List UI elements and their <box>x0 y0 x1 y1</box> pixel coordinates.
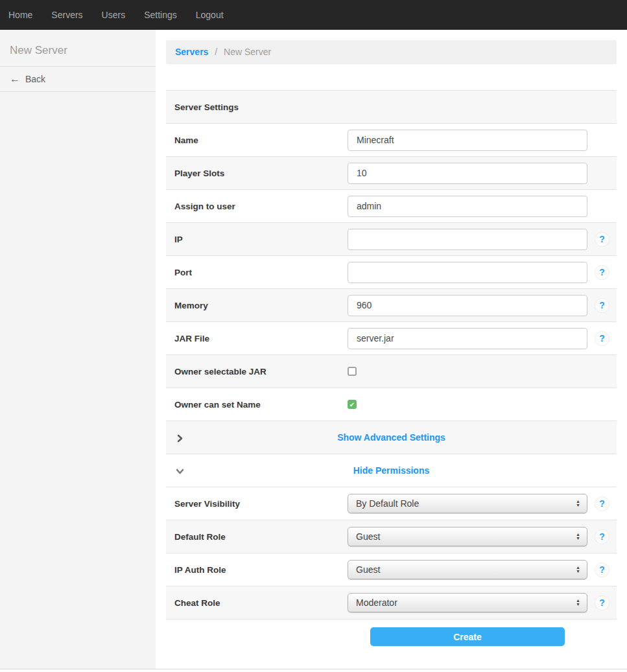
server-visibility-select[interactable]: By Default Role ▲▼ <box>348 494 587 513</box>
advanced-settings-toggle-row: Show Advanced Settings <box>166 421 617 454</box>
form-row-default-role: Default Role Guest ▲▼ ? <box>166 520 617 553</box>
top-navbar: Home Servers Users Settings Logout <box>0 0 627 30</box>
memory-input[interactable] <box>348 295 587 316</box>
default-role-label: Default Role <box>166 532 348 542</box>
ip-input[interactable] <box>348 229 587 250</box>
nav-item-logout[interactable]: Logout <box>196 10 224 20</box>
server-visibility-value: By Default Role <box>356 498 576 509</box>
nav-item-users[interactable]: Users <box>102 10 126 20</box>
back-label: Back <box>25 74 45 84</box>
section-header: Server Settings <box>166 102 348 112</box>
memory-label: Memory <box>166 301 348 310</box>
select-stepper-icon: ▲▼ <box>576 566 580 574</box>
memory-help-icon[interactable]: ? <box>595 298 609 313</box>
section-header-row: Server Settings <box>166 91 617 124</box>
jar-file-help-icon[interactable]: ? <box>595 331 609 346</box>
form-row-cheat-role: Cheat Role Moderator ▲▼ ? <box>166 586 617 620</box>
form-row-ip: IP ? <box>166 223 617 256</box>
player-slots-input[interactable] <box>348 163 587 184</box>
breadcrumb: Servers / New Server <box>166 40 617 64</box>
ip-auth-role-label: IP Auth Role <box>166 565 348 575</box>
form-row-player-slots: Player Slots <box>166 157 617 190</box>
nav-item-settings[interactable]: Settings <box>144 10 177 20</box>
name-input[interactable] <box>348 130 587 151</box>
breadcrumb-current: New Server <box>224 47 271 57</box>
create-row: Create <box>166 620 617 646</box>
port-help-icon[interactable]: ? <box>595 265 609 280</box>
nav-item-servers[interactable]: Servers <box>51 10 82 20</box>
form-row-owner-selectable-jar: Owner selectable JAR <box>166 355 617 388</box>
select-stepper-icon: ▲▼ <box>576 599 580 607</box>
cheat-role-help-icon[interactable]: ? <box>595 596 609 610</box>
owner-selectable-jar-checkbox[interactable] <box>348 367 357 376</box>
nav-item-home[interactable]: Home <box>8 10 32 20</box>
back-arrow-icon: ← <box>10 73 20 85</box>
form-row-jar-file: JAR File ? <box>166 322 617 355</box>
player-slots-label: Player Slots <box>166 168 348 178</box>
server-visibility-label: Server Visibility <box>166 499 348 509</box>
owner-selectable-jar-label: Owner selectable JAR <box>166 367 348 377</box>
cheat-role-value: Moderator <box>356 597 576 608</box>
jar-file-label: JAR File <box>166 334 348 343</box>
form-row-memory: Memory ? <box>166 289 617 322</box>
form-row-ip-auth-role: IP Auth Role Guest ▲▼ ? <box>166 553 617 586</box>
default-role-select[interactable]: Guest ▲▼ <box>348 527 587 546</box>
show-advanced-settings-link[interactable]: Show Advanced Settings <box>166 432 617 443</box>
chevron-right-icon <box>176 434 184 445</box>
server-visibility-help-icon[interactable]: ? <box>595 496 609 511</box>
port-input[interactable] <box>348 262 587 283</box>
app-layout: New Server ← Back Servers / New Server S… <box>0 30 627 669</box>
server-settings-form: Server Settings Name Player Slots <box>166 90 617 646</box>
hide-permissions-link[interactable]: Hide Permissions <box>166 465 617 476</box>
page-title: New Server <box>0 30 156 67</box>
breadcrumb-servers-link[interactable]: Servers <box>175 47 208 57</box>
form-row-name: Name <box>166 124 617 157</box>
sidebar: New Server ← Back <box>0 30 156 669</box>
ip-help-icon[interactable]: ? <box>595 232 609 247</box>
breadcrumb-separator: / <box>215 47 217 57</box>
form-row-owner-can-set-name: Owner can set Name ✔ <box>166 388 617 421</box>
assign-user-label: Assign to user <box>166 202 348 211</box>
cheat-role-select[interactable]: Moderator ▲▼ <box>348 593 587 612</box>
select-stepper-icon: ▲▼ <box>576 500 580 507</box>
default-role-value: Guest <box>356 531 576 542</box>
port-label: Port <box>166 268 348 277</box>
chevron-down-icon <box>176 467 184 478</box>
assign-user-input[interactable] <box>348 196 587 217</box>
form-row-assign-user: Assign to user <box>166 190 617 223</box>
ip-auth-role-select[interactable]: Guest ▲▼ <box>348 560 587 579</box>
create-button[interactable]: Create <box>370 627 565 646</box>
main-content: Servers / New Server Server Settings Nam… <box>156 30 627 669</box>
form-row-port: Port ? <box>166 256 617 289</box>
ip-label: IP <box>166 235 348 244</box>
default-role-help-icon[interactable]: ? <box>595 529 609 544</box>
name-label: Name <box>166 135 348 145</box>
owner-can-set-name-label: Owner can set Name <box>166 400 348 410</box>
back-button[interactable]: ← Back <box>0 67 156 92</box>
ip-auth-role-value: Guest <box>356 564 576 575</box>
owner-can-set-name-checkbox[interactable]: ✔ <box>348 400 357 409</box>
cheat-role-label: Cheat Role <box>166 598 348 608</box>
jar-file-input[interactable] <box>348 328 587 349</box>
select-stepper-icon: ▲▼ <box>576 533 580 540</box>
ip-auth-role-help-icon[interactable]: ? <box>595 562 609 577</box>
form-row-server-visibility: Server Visibility By Default Role ▲▼ ? <box>166 487 617 520</box>
permissions-toggle-row: Hide Permissions <box>166 454 617 487</box>
